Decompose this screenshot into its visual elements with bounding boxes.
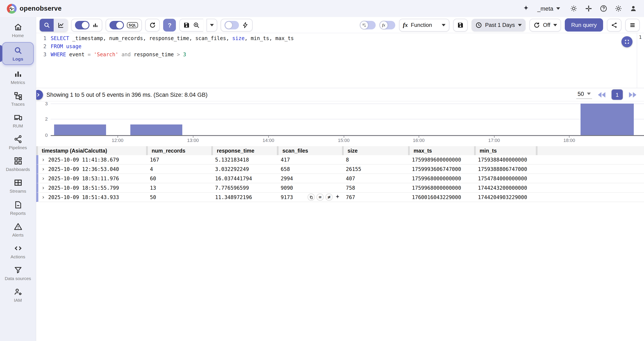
x-axis-tick-label: 12:00 [112, 138, 123, 143]
quick-mode-toggle[interactable] [225, 21, 239, 29]
syntax-help-button[interactable]: ? [163, 19, 176, 31]
table-row[interactable]: ›2025-10-09 12:36:53.040 4 3.032292249 6… [36, 165, 644, 174]
column-header-min_ts[interactable]: min_ts [474, 146, 536, 155]
reset-query-button[interactable] [146, 19, 160, 31]
sidebar-item-data-sources[interactable]: Data sources [0, 262, 36, 284]
x-axis-tick-label: 16:00 [413, 138, 425, 143]
theme-sun-icon[interactable] [570, 5, 578, 12]
x-axis-tick [569, 136, 570, 138]
refresh-icon [149, 22, 156, 28]
sql-badge: SQL [127, 22, 138, 28]
fx-icon: fx [403, 22, 408, 28]
exclude-filter-icon[interactable]: ≠ [326, 194, 333, 201]
sql-editor[interactable]: 1SELECT _timestamp, num_records, respons… [36, 33, 644, 88]
histogram-bar[interactable] [580, 104, 634, 135]
column-header-response_time[interactable]: response_time [211, 146, 277, 155]
sidebar-item-logs[interactable]: Logs [2, 42, 34, 65]
sidebar-item-iam[interactable]: IAM [0, 284, 36, 306]
editor-fullscreen-button[interactable] [622, 36, 632, 47]
x-axis-tick [344, 136, 344, 138]
org-selector[interactable]: _meta [537, 5, 560, 12]
app-window: openobserve _meta Home Logs [0, 0, 644, 341]
sidebar-item-actions[interactable]: Actions [0, 240, 36, 262]
histogram-bar[interactable] [54, 125, 106, 135]
search-mode-button[interactable] [40, 19, 54, 31]
saved-search-icon[interactable] [193, 22, 200, 28]
share-button[interactable] [607, 19, 622, 31]
editor-minimap[interactable]: 1 [637, 33, 644, 88]
profile-icon[interactable] [630, 5, 637, 12]
reports-icon [14, 200, 22, 209]
saved-search-dropdown[interactable] [207, 19, 218, 31]
last-page-button[interactable] [628, 91, 637, 98]
page-size-select[interactable]: 50 [576, 91, 592, 99]
help-icon[interactable] [600, 5, 607, 12]
first-page-button[interactable] [597, 91, 606, 98]
sidebar-item-metrics[interactable]: Metrics [0, 66, 36, 88]
gridline [51, 119, 644, 120]
expand-fields-panel-button[interactable] [36, 90, 43, 100]
column-header-scan_files[interactable]: scan_files [277, 146, 342, 155]
expand-row-icon[interactable]: › [42, 175, 44, 182]
sidebar-item-alerts[interactable]: Alerts [0, 218, 36, 240]
metrics-icon [14, 70, 22, 78]
sql-token: = [88, 51, 90, 59]
sidebar-item-dashboards[interactable]: Dashboards [0, 153, 36, 175]
transforms-toggle[interactable] [360, 21, 376, 29]
expand-row-icon[interactable]: › [42, 185, 44, 191]
x-axis-tick [193, 136, 193, 138]
slack-icon[interactable] [585, 5, 592, 12]
x-axis-tick-label: 18:00 [563, 138, 575, 143]
table-row[interactable]: ›2025-10-09 18:51:43.933 50 11.348972196… [36, 193, 644, 202]
ai-sparkle-icon[interactable] [522, 5, 530, 12]
expand-row-icon[interactable]: › [42, 156, 44, 163]
sql-token: WHERE [51, 51, 66, 59]
column-header-max_ts[interactable]: max_ts [408, 146, 474, 155]
sidebar-item-label: Metrics [11, 80, 25, 85]
table-row[interactable]: ›2025-10-09 18:53:11.976 60 16.037441794… [36, 174, 644, 183]
sidebar-item-label: Traces [11, 101, 24, 107]
column-header-size[interactable]: size [342, 146, 408, 155]
sidebar-item-streams[interactable]: Streams [0, 175, 36, 197]
auto-refresh-picker[interactable]: Off [530, 19, 561, 31]
histogram-bar[interactable] [130, 125, 182, 135]
sidebar-item-rum[interactable]: RUM [0, 110, 36, 132]
code-line[interactable]: 3WHERE event = 'Search' and response_tim… [36, 51, 644, 59]
copy-value-icon[interactable] [308, 194, 315, 201]
share-icon [611, 22, 618, 28]
sql-mode-toggle[interactable] [110, 21, 124, 29]
x-axis-tick-label: 14:00 [262, 138, 274, 143]
sidebar-item-pipelines[interactable]: Pipelines [0, 132, 36, 153]
save-function-button[interactable] [453, 19, 468, 31]
expand-row-icon[interactable]: › [42, 166, 44, 172]
function-dropdown[interactable]: fx Function [399, 19, 449, 31]
column-header-num_records[interactable]: num_records [146, 146, 211, 155]
run-query-button[interactable]: Run query [565, 18, 603, 32]
hamburger-menu-icon [629, 22, 636, 28]
histogram-toggle[interactable] [75, 21, 90, 29]
sidebar-item-reports[interactable]: Reports [0, 197, 36, 218]
function-toggle[interactable]: fx [380, 21, 395, 29]
settings-gear-icon[interactable] [614, 5, 622, 12]
include-filter-icon[interactable]: = [316, 194, 324, 201]
save-icon[interactable] [183, 22, 190, 28]
table-row[interactable]: ›2025-10-09 11:41:38.679 167 5.132183418… [36, 155, 644, 165]
column-header-timestamp[interactable]: timestamp (Asia/Calcutta) [36, 146, 146, 155]
actions-icon [14, 244, 22, 252]
code-line[interactable]: 1SELECT _timestamp, num_records, respons… [36, 35, 644, 43]
time-range-picker[interactable]: Past 1 Days [472, 19, 526, 31]
code-line[interactable]: 2FROM usage [36, 43, 644, 51]
chart-mode-button[interactable] [54, 19, 68, 31]
sidebar-item-traces[interactable]: Traces [0, 88, 36, 110]
y-axis-tick-label: 3 [45, 101, 48, 106]
chevron-right-icon [36, 93, 40, 97]
current-page-button[interactable]: 1 [612, 90, 623, 100]
x-axis-tick-label: 15:00 [338, 138, 350, 143]
sidebar-item-home[interactable]: Home [0, 19, 36, 41]
x-axis-tick [268, 136, 269, 138]
line-number: 1 [36, 35, 46, 43]
ai-explain-icon[interactable] [334, 194, 341, 200]
more-menu-button[interactable] [625, 19, 640, 31]
expand-row-icon[interactable]: › [42, 194, 44, 200]
table-row[interactable]: ›2025-10-09 18:51:55.799 13 7.776596599 … [36, 183, 644, 193]
